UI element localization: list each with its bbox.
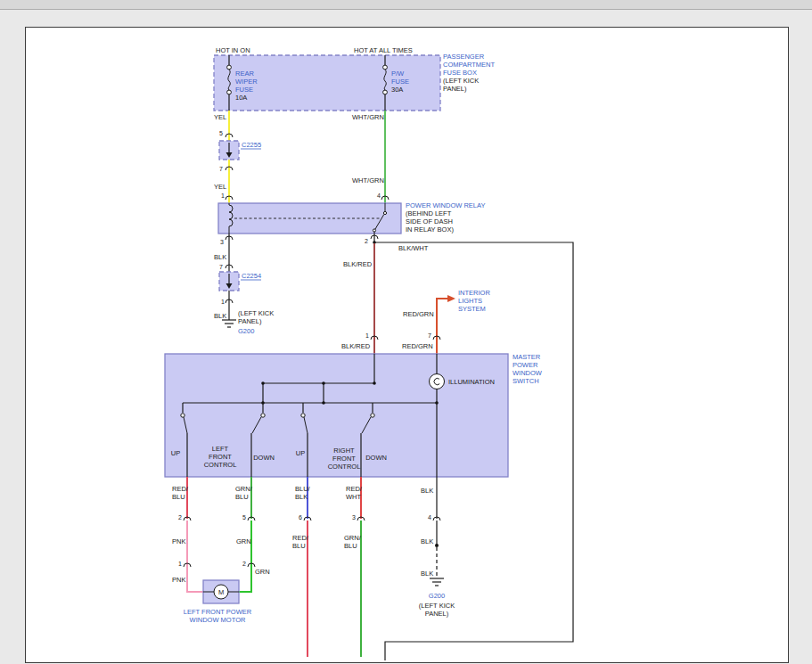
motor-m-symbol: M [218, 588, 224, 596]
wire-label-blk-red: BLK/RED [341, 342, 371, 350]
ground-location-line: PANEL) [425, 610, 449, 618]
switch-label-down-right: DOWN [365, 454, 387, 462]
switch-label-up-right: UP [296, 449, 305, 457]
fuse-box-location-line: (LEFT KICK [443, 77, 479, 85]
wire-label-blk: BLK [421, 570, 433, 578]
pin-number: 7 [219, 166, 223, 172]
wire-label-yel: YEL [214, 113, 226, 121]
wire-label-wht-grn: WHT/GRN [352, 176, 384, 184]
pin-number: 7 [219, 264, 223, 270]
switch-label-right-control: FRONT [332, 455, 356, 463]
wire-label-red-blu: RED/ [172, 485, 189, 493]
fuse-box-title-line: FUSE BOX [443, 69, 477, 77]
ground-location-line: (LEFT KICK [238, 309, 274, 317]
wire-label-wht-grn: WHT/GRN [352, 113, 384, 121]
wire-label-blu-blk: BLK [295, 493, 308, 501]
pw-fuse-label: P/W [391, 70, 405, 78]
hot-in-on-label: HOT IN ON [216, 46, 250, 54]
pin-number: 5 [242, 514, 246, 521]
wire-label-blk-wht: BLK/WHT [398, 244, 429, 252]
pin-number: 2 [178, 514, 182, 521]
c2254-label: C2254 [242, 272, 261, 280]
pin-number: 1 [178, 561, 182, 567]
rear-wiper-fuse-label: WIPER [235, 78, 258, 86]
relay-location-line: SIDE OF DASH [406, 217, 453, 225]
wire-label-grn: GRN [236, 537, 251, 545]
wire-label-red-wht: WHT [346, 493, 361, 501]
pw-fuse-label: FUSE [391, 78, 409, 86]
wire-label-pnk: PNK [172, 576, 185, 584]
wire-label-red-wht: RED/ [346, 485, 363, 493]
interior-lights-label-line: SYSTEM [458, 305, 486, 313]
interior-lights-label-line: INTERIOR [458, 289, 490, 297]
window-top-strip [0, 0, 812, 9]
relay-location-line: IN RELAY BOX) [406, 225, 454, 234]
master-switch-title-line: MASTER [513, 353, 541, 361]
switch-label-left-control: LEFT [212, 445, 229, 453]
wire-label-red-grn: RED/GRN [403, 310, 434, 318]
hot-at-all-times-label: HOT AT ALL TIMES [354, 46, 413, 54]
wire-label-red-grn: RED/GRN [402, 342, 433, 350]
wire-label-grn-blu: BLU [344, 542, 357, 550]
wire-label-grn-blu: GRN/ [235, 485, 253, 493]
ground-location-line: (LEFT KICK [419, 602, 455, 610]
power-window-relay: POWER WINDOW RELAY (BEHIND LEFT SIDE OF … [218, 201, 485, 234]
rear-wiper-fuse-rating: 10A [235, 94, 247, 102]
c2255-label: C2255 [242, 141, 261, 149]
pin-number: 1 [365, 332, 369, 339]
wire-label-blk: BLK [421, 537, 433, 545]
wire-label-blu-blk: BLU/ [295, 485, 311, 493]
wire-label-blk: BLK [214, 253, 226, 261]
wire-label-yel: YEL [214, 183, 226, 191]
switch-label-right-control: CONTROL [328, 463, 361, 471]
g200-label: G200 [429, 592, 445, 600]
pin-number: 3 [220, 239, 224, 245]
pw-fuse-rating: 30A [391, 86, 403, 94]
pin-number: 4 [428, 514, 431, 521]
illumination-label: ILLUMINATION [448, 378, 495, 386]
motor-title-line: LEFT FRONT POWER [184, 608, 252, 616]
ground-location-line: PANEL) [238, 317, 262, 325]
pin-number: 7 [428, 332, 431, 339]
wire-label-pnk: PNK [172, 537, 185, 545]
fuse-box-title-line: COMPARTMENT [443, 61, 495, 69]
pin-number: 2 [242, 561, 246, 567]
rear-wiper-fuse-label: FUSE [235, 86, 253, 94]
wire-label-grn: GRN [255, 568, 270, 576]
switch-label-left-control: CONTROL [204, 461, 237, 469]
master-switch-title-line: POWER [513, 361, 538, 369]
switch-label-up-left: UP [171, 449, 180, 457]
interior-lights-label-line: LIGHTS [458, 297, 482, 305]
pin-number: 5 [219, 130, 223, 136]
wiring-diagram-canvas: HOT IN ON HOT AT ALL TIMES REAR WIPER FU… [0, 0, 812, 664]
pin-number: 4 [377, 193, 381, 199]
pin-number: 1 [221, 299, 225, 305]
wire-label-red-blu: RED/ [292, 534, 309, 542]
wire-label-blk: BLK [421, 487, 433, 495]
master-switch-title-line: WINDOW [513, 369, 543, 377]
relay-location-line: (BEHIND LEFT [406, 209, 452, 217]
relay-title: POWER WINDOW RELAY [406, 201, 485, 209]
switch-label-down-left: DOWN [253, 454, 275, 462]
fuse-box-title-line: PASSENGER [443, 53, 485, 61]
wire-label-blk: BLK [214, 312, 226, 320]
wire-label-blk-red: BLK/RED [343, 260, 373, 268]
rear-wiper-fuse-label: REAR [235, 70, 254, 78]
fuse-box-location-line: PANEL) [443, 85, 467, 93]
master-power-window-switch: ILLUMINATION UP LEFT FRONT CONTROL DOWN … [165, 353, 543, 477]
switch-label-left-control: FRONT [209, 453, 232, 461]
motor-title-line: WINDOW MOTOR [190, 616, 246, 624]
g200-label: G200 [238, 327, 254, 335]
master-switch-title-line: SWITCH [513, 377, 539, 385]
wire-label-grn-blu: GRN/ [344, 534, 362, 542]
switch-label-right-control: RIGHT [333, 447, 355, 455]
pin-number: 3 [352, 514, 356, 521]
wire-label-red-blu: BLU [172, 493, 185, 501]
wire-label-red-blu: BLU [292, 542, 306, 550]
pin-number: 6 [299, 514, 302, 521]
wire-label-grn-blu: BLU [235, 493, 249, 501]
pin-number: 1 [221, 193, 225, 199]
pin-number: 2 [365, 238, 368, 244]
